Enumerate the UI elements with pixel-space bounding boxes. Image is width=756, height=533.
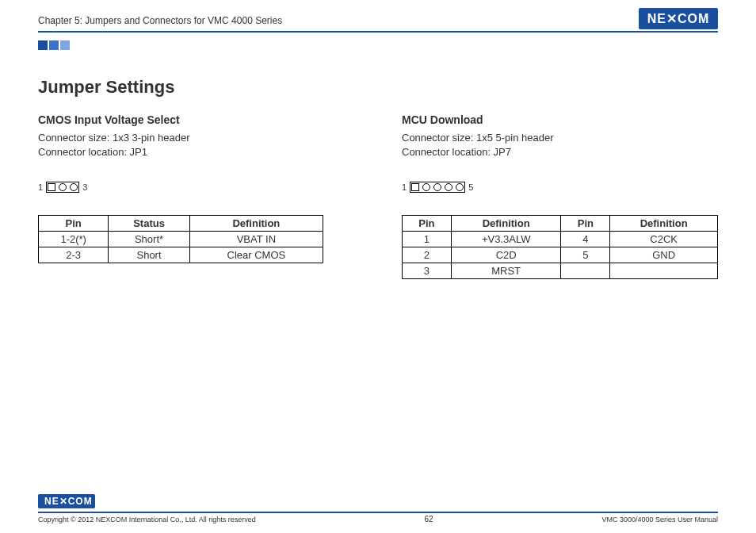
pin-2-icon [422,183,430,191]
cell: 3 [403,263,452,279]
mcu-table: Pin Definition Pin Definition 1 +V3.3ALW… [402,215,718,279]
table-row: 1 +V3.3ALW 4 C2CK [403,232,718,247]
cell: GND [610,247,718,263]
footer-row: Copyright © 2012 NEXCOM International Co… [38,515,718,523]
logo-text: NE✕COM [647,12,710,25]
table-row: 1-2(*) Short* VBAT IN [39,232,323,247]
footer: NE✕COM Copyright © 2012 NEXCOM Internati… [38,494,718,523]
brand-logo: NE✕COM [639,8,718,29]
pin-label-left: 1 [38,182,43,192]
pin-label-left: 1 [402,182,407,192]
cell: 2 [403,247,452,263]
right-column: MCU Download Connector size: 1x5 5-pin h… [402,113,718,279]
mcu-section-title: MCU Download [402,113,718,126]
cell: VBAT IN [189,232,323,247]
cell: C2D [451,247,561,263]
header-bar: Chapter 5: Jumpers and Connectors for VM… [38,0,718,29]
table-header-row: Pin Definition Pin Definition [403,216,718,232]
cell: 4 [561,232,610,247]
pin-1-icon [411,183,419,191]
table-row: 2-3 Short Clear CMOS [39,247,323,263]
footer-logo: NE✕COM [38,494,95,508]
cell: 5 [561,247,610,263]
pin-3-icon [433,183,441,191]
pin-box [46,182,79,193]
th-definition: Definition [451,216,561,232]
cell: 2-3 [39,247,109,263]
th-pin2: Pin [561,216,610,232]
cell: 1 [403,232,452,247]
cell: MRST [451,263,561,279]
cmos-table: Pin Status Definition 1-2(*) Short* VBAT… [38,215,323,263]
cell: 1-2(*) [39,232,109,247]
th-definition: Definition [189,216,323,232]
copyright-text: Copyright © 2012 NEXCOM International Co… [38,516,256,523]
th-pin: Pin [39,216,109,232]
pin-4-icon [445,183,452,191]
pin-5-icon [456,183,464,191]
pin-label-right: 3 [82,182,87,192]
pin-2-icon [59,183,67,191]
pin-1-icon [48,183,55,191]
cell: +V3.3ALW [451,232,561,247]
header-rule [38,31,718,33]
pin-label-right: 5 [468,182,473,192]
cell: Clear CMOS [189,247,323,263]
table-row: 2 C2D 5 GND [403,247,718,263]
cell: Short [109,247,189,263]
page-title: Jumper Settings [38,77,718,98]
mcu-connector-size: Connector size: 1x5 5-pin header [402,131,718,145]
cmos-section-title: CMOS Input Voltage Select [38,113,354,126]
cell: C2CK [610,232,718,247]
table-row: 3 MRST [403,263,718,279]
chapter-title: Chapter 5: Jumpers and Connectors for VM… [38,15,282,29]
cell [561,263,610,279]
left-column: CMOS Input Voltage Select Connector size… [38,113,354,279]
cell [610,263,718,279]
decorative-squares [38,39,718,53]
table-header-row: Pin Status Definition [39,216,323,232]
content-columns: CMOS Input Voltage Select Connector size… [38,113,718,279]
th-pin: Pin [403,216,452,232]
footer-rule [38,512,718,513]
pin-3-icon [70,183,78,191]
page-number: 62 [425,515,433,523]
pin-box [410,182,465,193]
cell: Short* [109,232,189,247]
th-definition2: Definition [610,216,718,232]
cmos-connector-size: Connector size: 1x3 3-pin header [38,131,354,145]
cmos-connector-location: Connector location: JP1 [38,145,354,159]
cmos-pin-diagram: 1 3 [38,182,354,193]
th-status: Status [109,216,189,232]
doc-title: VMC 3000/4000 Series User Manual [601,516,718,523]
mcu-pin-diagram: 1 5 [402,182,718,193]
mcu-connector-location: Connector location: JP7 [402,145,718,159]
